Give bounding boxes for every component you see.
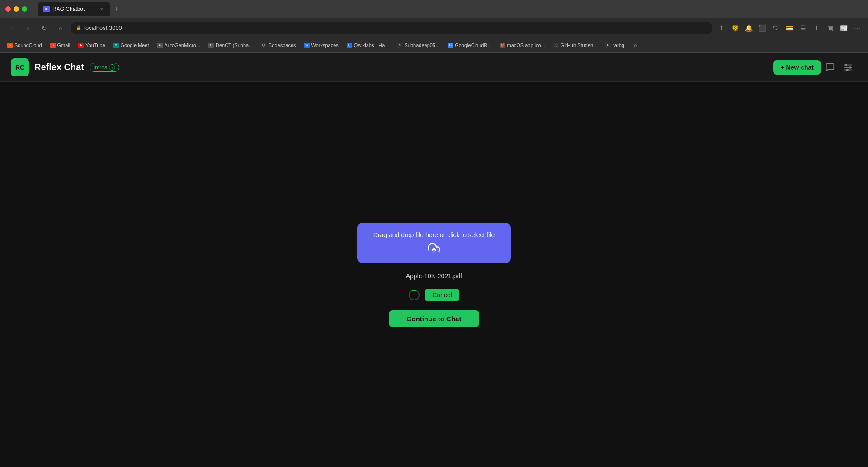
new-chat-button[interactable]: + New chat <box>773 60 821 75</box>
bookmark-subhadeep[interactable]: S Subhadeep05... <box>393 42 443 49</box>
list-icon[interactable]: ☰ <box>797 23 808 33</box>
bookmark-soundcloud[interactable]: S SoundCloud <box>4 42 46 49</box>
continue-to-chat-button[interactable]: Continue to Chat <box>389 310 479 327</box>
traffic-lights <box>5 6 27 12</box>
action-row: Cancel <box>409 289 459 301</box>
bookmark-qwiklabs[interactable]: Q Qwiklabs - Ha... <box>343 42 393 49</box>
bookmark-codespaces[interactable]: ⬡ Codespaces <box>257 42 299 49</box>
chat-history-icon[interactable] <box>821 58 839 76</box>
bookmark-googlecloud[interactable]: G GoogleCloudR... <box>444 42 495 49</box>
settings-icon[interactable] <box>839 58 857 76</box>
more-bookmarks-icon[interactable]: » <box>630 40 641 51</box>
minimize-traffic-light[interactable] <box>14 6 19 12</box>
bookmark-favicon: ⬡ <box>553 43 559 48</box>
bookmark-favicon: ⬡ <box>261 43 266 48</box>
loading-spinner <box>409 290 420 300</box>
download-icon[interactable]: ⬇ <box>811 23 822 33</box>
tab-bar: R RAG Chatbot ✕ + <box>38 2 123 16</box>
main-content: Drag and drop file here or click to sele… <box>0 82 868 467</box>
url-text: localhost:3000 <box>84 24 122 31</box>
title-bar: R RAG Chatbot ✕ + <box>0 0 868 18</box>
bookmark-favicon: 🍎 <box>500 43 505 48</box>
bookmark-favicon: R <box>605 43 611 48</box>
sidebar-toggle-icon[interactable]: ▣ <box>825 23 835 33</box>
bookmark-macos[interactable]: 🍎 macOS app ico... <box>496 42 548 49</box>
maximize-traffic-light[interactable] <box>22 6 27 12</box>
tab-label: RAG Chatbot <box>52 6 85 12</box>
reader-mode-icon[interactable]: 📰 <box>838 23 849 33</box>
bookmark-favicon: W <box>304 43 310 48</box>
bookmark-favicon: M <box>113 43 119 48</box>
app-header: RC Reflex Chat Intros i + New chat <box>0 53 868 82</box>
browser-chrome: R RAG Chatbot ✕ + ‹ › ↻ ⌂ 🔒 localhost:30… <box>0 0 868 53</box>
bookmark-youtube[interactable]: ▶ YouTube <box>75 42 108 49</box>
reload-button[interactable]: ↻ <box>38 22 51 34</box>
bookmark-meet[interactable]: M Google Meet <box>110 42 153 49</box>
notifications-icon[interactable]: 🔔 <box>743 23 754 33</box>
bookmark-github[interactable]: ⬡ GitHub Studen... <box>550 42 601 49</box>
upload-icon <box>428 242 440 255</box>
close-traffic-light[interactable] <box>5 6 11 12</box>
bookmark-favicon: D <box>208 43 214 48</box>
app-logo-icon: RC <box>11 58 29 76</box>
shield-icon[interactable]: 🛡 <box>770 23 781 33</box>
brave-icon[interactable]: 🦁 <box>730 23 741 33</box>
bookmark-rarbg[interactable]: R rarbg <box>602 42 628 49</box>
bookmark-favicon: ▶ <box>78 43 84 48</box>
lock-icon: 🔒 <box>76 25 81 30</box>
address-bar[interactable]: 🔒 localhost:3000 <box>71 22 712 34</box>
intros-badge[interactable]: Intros i <box>90 63 119 72</box>
intros-badge-label: Intros <box>94 64 107 71</box>
app-title: Reflex Chat <box>34 62 84 72</box>
home-button[interactable]: ⌂ <box>54 22 67 34</box>
intros-info-icon: i <box>109 64 115 71</box>
forward-button[interactable]: › <box>22 22 34 34</box>
bookmark-workspaces[interactable]: W Workspaces <box>301 42 342 49</box>
tab-favicon: R <box>43 6 50 12</box>
svg-point-3 <box>845 64 847 66</box>
upload-text: Drag and drop file here or click to sele… <box>373 231 495 238</box>
extensions-icon[interactable]: ⬛ <box>757 23 768 33</box>
bookmarks-bar: S SoundCloud G Gmail ▶ YouTube M Google … <box>0 38 868 52</box>
wallet-icon[interactable]: 💳 <box>784 23 795 33</box>
app-logo-area: RC Reflex Chat Intros i <box>11 58 119 76</box>
file-upload-area[interactable]: Drag and drop file here or click to sele… <box>357 223 511 263</box>
tab-close-button[interactable]: ✕ <box>99 6 105 12</box>
back-button[interactable]: ‹ <box>5 22 18 34</box>
bookmark-autogen[interactable]: A AutoGenMicro... <box>154 42 204 49</box>
svg-point-4 <box>849 67 851 68</box>
bookmark-gmail[interactable]: G Gmail <box>47 42 74 49</box>
file-name: Apple-10K-2021.pdf <box>406 272 462 280</box>
navigation-bar: ‹ › ↻ ⌂ 🔒 localhost:3000 ⬆ 🦁 🔔 ⬛ 🛡 💳 ☰ ⬇… <box>0 18 868 38</box>
bookmark-denct[interactable]: D DenCT (Subha... <box>205 42 256 49</box>
bookmark-favicon: G <box>50 43 56 48</box>
bookmark-favicon: A <box>157 43 163 48</box>
bookmark-favicon: Q <box>347 43 352 48</box>
bookmark-favicon: S <box>7 43 13 48</box>
cancel-button[interactable]: Cancel <box>425 289 459 301</box>
new-tab-button[interactable]: + <box>110 3 123 15</box>
menu-icon[interactable]: ⋯ <box>852 23 863 33</box>
share-icon[interactable]: ⬆ <box>716 23 727 33</box>
active-tab[interactable]: R RAG Chatbot ✕ <box>38 2 110 16</box>
bookmark-favicon: G <box>448 43 453 48</box>
nav-icons-right: ⬆ 🦁 🔔 ⬛ 🛡 💳 ☰ ⬇ ▣ 📰 ⋯ <box>716 23 863 33</box>
bookmark-favicon: S <box>397 43 402 48</box>
app-container: RC Reflex Chat Intros i + New chat <box>0 53 868 467</box>
svg-point-5 <box>846 69 848 71</box>
